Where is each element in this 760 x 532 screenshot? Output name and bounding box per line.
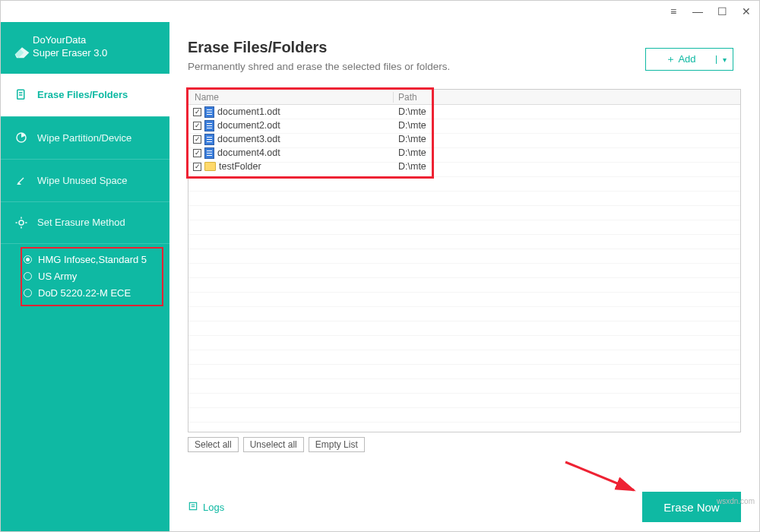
method-option-usarmy[interactable]: US Army: [24, 268, 157, 285]
select-all-button[interactable]: Select all: [188, 437, 239, 452]
document-icon: [14, 88, 28, 102]
plus-icon: ＋ Add: [646, 52, 716, 66]
file-name: document3.odt: [217, 134, 280, 144]
brand: DoYourData Super Eraser 3.0: [1, 22, 169, 74]
file-table: Name Path ✓document1.odtD:\mte✓document2…: [188, 89, 741, 432]
erase-now-button[interactable]: Erase Now: [642, 492, 741, 522]
column-header-path[interactable]: Path: [394, 92, 740, 103]
brand-product: Super Eraser 3.0: [33, 47, 107, 60]
file-path: D:\mte: [394, 147, 740, 158]
radio-unchecked-icon: [24, 272, 32, 280]
main-panel: Erase Files/Folders Permanently shred an…: [169, 22, 759, 531]
file-name: document1.odt: [217, 106, 280, 117]
add-button[interactable]: ＋ Add ▾: [645, 48, 733, 71]
table-row[interactable]: ✓document1.odtD:\mte: [188, 105, 740, 119]
add-label: Add: [678, 53, 695, 65]
maximize-button[interactable]: ☐: [715, 5, 729, 18]
file-name: testFolder: [219, 161, 261, 172]
table-header: Name Path: [188, 90, 740, 105]
brand-name: DoYourData: [33, 34, 107, 47]
file-icon: [204, 147, 214, 159]
sidebar-item-set-method[interactable]: Set Erasure Method: [1, 201, 169, 244]
sidebar-item-erase-files[interactable]: Erase Files/Folders: [1, 74, 169, 116]
sidebar-item-label: Set Erasure Method: [37, 217, 125, 228]
file-icon: [204, 106, 214, 118]
table-row[interactable]: ✓document2.odtD:\mte: [188, 119, 740, 132]
unselect-all-button[interactable]: Unselect all: [243, 437, 304, 452]
svg-point-7: [19, 220, 24, 225]
checkbox-icon[interactable]: ✓: [193, 149, 201, 157]
titlebar: ≡ — ☐ ✕: [1, 1, 759, 22]
logs-label: Logs: [203, 502, 224, 513]
column-header-name[interactable]: Name: [188, 92, 394, 103]
sidebar-item-wipe-unused[interactable]: Wipe Unused Space: [1, 159, 169, 201]
minimize-button[interactable]: —: [691, 5, 705, 18]
list-action-bar: Select all Unselect all Empty List: [188, 437, 741, 452]
sidebar-item-label: Wipe Partition/Device: [37, 132, 131, 144]
file-name: document4.odt: [217, 147, 280, 158]
folder-icon: [204, 162, 216, 171]
file-path: D:\mte: [394, 120, 740, 131]
method-option-dod[interactable]: DoD 5220.22-M ECE: [24, 285, 157, 302]
method-option-hmg[interactable]: HMG Infosec,Standard 5: [24, 252, 157, 268]
app-window: ≡ — ☐ ✕ DoYourData Super Eraser 3.0 Eras…: [0, 0, 760, 532]
file-path: D:\mte: [394, 134, 740, 144]
close-button[interactable]: ✕: [739, 5, 753, 18]
radio-checked-icon: [24, 255, 32, 264]
sidebar-item-label: Erase Files/Folders: [37, 89, 128, 100]
sidebar-item-label: Wipe Unused Space: [37, 175, 128, 186]
checkbox-icon[interactable]: ✓: [193, 108, 201, 116]
file-icon: [204, 134, 214, 145]
checkbox-icon[interactable]: ✓: [193, 163, 201, 171]
file-path: D:\mte: [394, 106, 740, 117]
table-row[interactable]: ✓testFolderD:\mte: [188, 160, 740, 173]
radio-unchecked-icon: [24, 289, 32, 297]
method-label: HMG Infosec,Standard 5: [38, 254, 147, 265]
logs-link[interactable]: Logs: [188, 501, 224, 514]
checkbox-icon[interactable]: ✓: [193, 122, 201, 130]
sidebar: DoYourData Super Eraser 3.0 Erase Files/…: [1, 22, 169, 531]
method-label: US Army: [38, 271, 77, 282]
table-body: ✓document1.odtD:\mte✓document2.odtD:\mte…: [188, 105, 740, 432]
watermark: wsxdn.com: [717, 497, 755, 505]
table-row[interactable]: ✓document4.odtD:\mte: [188, 146, 740, 160]
sidebar-item-wipe-partition[interactable]: Wipe Partition/Device: [1, 116, 169, 159]
pie-icon: [14, 131, 28, 144]
eraser-icon: [11, 40, 25, 54]
file-icon: [204, 120, 214, 131]
file-path: D:\mte: [394, 161, 740, 172]
logs-icon: [188, 501, 198, 514]
erasure-methods-group: HMG Infosec,Standard 5 US Army DoD 5220.…: [21, 247, 163, 306]
file-name: document2.odt: [217, 120, 280, 131]
chevron-down-icon[interactable]: ▾: [716, 55, 733, 64]
empty-list-button[interactable]: Empty List: [309, 437, 365, 452]
broom-icon: [14, 173, 28, 187]
method-label: DoD 5220.22-M ECE: [38, 287, 131, 299]
menu-icon[interactable]: ≡: [667, 5, 680, 18]
checkbox-icon[interactable]: ✓: [193, 135, 201, 144]
table-row[interactable]: ✓document3.odtD:\mte: [188, 132, 740, 146]
gear-icon: [14, 216, 28, 230]
